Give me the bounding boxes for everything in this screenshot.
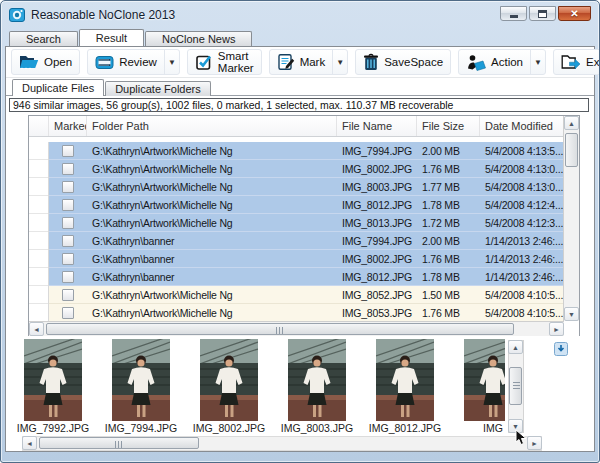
- thumbnail-preview-panel: IMG_7992.JPG IMG_7994.JPG: [8, 336, 592, 451]
- file-size-cell: 1.76 MB: [417, 160, 480, 178]
- table-row[interactable]: G:\Kathryn\Artwork\Michelle Ng IMG_8002.…: [29, 160, 564, 178]
- vertical-scroll-thumb[interactable]: [565, 133, 578, 167]
- thumbnail-item[interactable]: IMG_7992.JPG: [24, 339, 82, 435]
- marked-cell: [49, 160, 87, 178]
- table-horizontal-scrollbar[interactable]: ◄ ►: [29, 321, 564, 336]
- thumbnail-horizontal-scrollbar[interactable]: ◄ ►: [22, 436, 542, 451]
- scroll-up-button[interactable]: ▲: [508, 340, 523, 354]
- thumbnail-item[interactable]: IMG: [464, 339, 505, 435]
- horizontal-scroll-thumb[interactable]: [39, 437, 199, 449]
- mouse-cursor: [515, 429, 527, 451]
- minimize-icon: [510, 15, 518, 18]
- export-button[interactable]: Export: [554, 50, 600, 74]
- thumbnail-item[interactable]: IMG_8012.JPG: [376, 339, 434, 435]
- marked-checkbox[interactable]: [62, 271, 74, 283]
- photo-thumbnail: [464, 339, 505, 421]
- table-row[interactable]: G:\Kathryn\Artwork\Michelle Ng IMG_8052.…: [29, 286, 564, 304]
- marked-checkbox[interactable]: [62, 307, 74, 319]
- row-header-cell: [29, 304, 49, 322]
- titlebar[interactable]: Reasonable NoClone 2013 ✕: [1, 1, 599, 29]
- photo-thumbnail: [200, 339, 258, 421]
- tab-result[interactable]: Result: [79, 29, 144, 46]
- table-row[interactable]: G:\Kathryn\Artwork\Michelle Ng IMG_8003.…: [29, 178, 564, 196]
- table-row[interactable]: G:\Kathryn\Artwork\Michelle Ng IMG_8053.…: [29, 304, 564, 322]
- action-button[interactable]: Action: [459, 50, 530, 74]
- column-header-folder-path[interactable]: Folder Path: [87, 116, 337, 136]
- main-tab-bar: Search Result NoClone News: [5, 29, 253, 46]
- table-row[interactable]: G:\Kathryn\Artwork\Michelle Ng IMG_8013.…: [29, 214, 564, 232]
- scroll-left-button[interactable]: ◄: [29, 322, 44, 336]
- tab-duplicate-files[interactable]: Duplicate Files: [12, 79, 104, 96]
- marked-checkbox[interactable]: [62, 163, 74, 175]
- table-row[interactable]: G:\Kathryn\banner IMG_7994.JPG 2.00 MB 1…: [29, 232, 564, 250]
- app-icon: [9, 7, 25, 23]
- thumbnail-export-button[interactable]: [554, 342, 568, 360]
- marked-checkbox[interactable]: [62, 199, 74, 211]
- download-arrow-icon: [554, 342, 568, 356]
- close-button[interactable]: ✕: [558, 6, 591, 21]
- window-body: Open Review ▼ Smart Marker Mark ▼ SaveSp…: [5, 46, 595, 452]
- file-name-cell: IMG_8012.JPG: [337, 268, 417, 286]
- scroll-down-button[interactable]: ▼: [564, 307, 579, 321]
- table-row[interactable]: G:\Kathryn\banner IMG_8012.JPG 1.78 MB 1…: [29, 268, 564, 286]
- action-dropdown-arrow-icon[interactable]: ▼: [530, 50, 545, 74]
- review-button[interactable]: Review: [88, 50, 164, 74]
- tab-label: Duplicate Folders: [115, 83, 201, 95]
- date-modified-cell: 1/14/2013 2:46:...: [480, 268, 564, 286]
- tab-duplicate-folders[interactable]: Duplicate Folders: [105, 81, 211, 96]
- tab-label: Search: [26, 33, 61, 45]
- table-row[interactable]: G:\Kathryn\Artwork\Michelle Ng IMG_8012.…: [29, 196, 564, 214]
- marked-checkbox[interactable]: [62, 289, 74, 301]
- file-name-cell: IMG_8013.JPG: [337, 214, 417, 232]
- button-label: Review: [119, 56, 157, 68]
- open-button[interactable]: Open: [12, 50, 79, 74]
- horizontal-scroll-thumb[interactable]: [46, 323, 514, 335]
- thumbnail-vertical-scrollbar[interactable]: ▲ ▼: [508, 340, 524, 433]
- column-header-file-name[interactable]: File Name: [337, 116, 417, 136]
- review-dropdown-arrow-icon[interactable]: ▼: [164, 50, 179, 74]
- table-vertical-scrollbar[interactable]: ▲ ▼: [563, 116, 579, 321]
- table-row[interactable]: G:\Kathryn\banner IMG_8002.JPG 1.76 MB 1…: [29, 250, 564, 268]
- file-size-cell: 2.00 MB: [417, 232, 480, 250]
- date-modified-cell: 5/4/2008 4:12:3...: [480, 214, 564, 232]
- folder-path-cell: G:\Kathryn\banner: [87, 268, 337, 286]
- column-header-file-size[interactable]: File Size: [417, 116, 480, 136]
- vertical-scroll-thumb[interactable]: [509, 367, 522, 405]
- scroll-up-button[interactable]: ▲: [564, 116, 579, 130]
- table-row[interactable]: G:\Kathryn\Artwork\Michelle Ng IMG_7994.…: [29, 142, 564, 160]
- folder-path-cell: G:\Kathryn\Artwork\Michelle Ng: [87, 142, 337, 160]
- thumbnail-item[interactable]: IMG_8002.JPG: [200, 339, 258, 435]
- marked-checkbox[interactable]: [62, 235, 74, 247]
- smart-marker-button[interactable]: Smart Marker: [188, 50, 261, 74]
- button-label: SaveSpace: [384, 56, 443, 68]
- column-header-marked[interactable]: Marked: [49, 116, 87, 136]
- thumbnail-item[interactable]: IMG_8003.JPG: [288, 339, 346, 435]
- marked-checkbox[interactable]: [62, 145, 74, 157]
- photo-thumbnail: [288, 339, 346, 421]
- marked-cell: [49, 196, 87, 214]
- tab-search[interactable]: Search: [9, 31, 78, 46]
- scroll-right-button[interactable]: ►: [527, 436, 542, 450]
- window-title: Reasonable NoClone 2013: [31, 8, 175, 22]
- tab-noclone-news[interactable]: NoClone News: [145, 31, 252, 46]
- file-size-cell: 1.78 MB: [417, 268, 480, 286]
- marked-checkbox[interactable]: [62, 253, 74, 265]
- mark-dropdown-arrow-icon[interactable]: ▼: [332, 50, 347, 74]
- savespace-button[interactable]: SaveSpace: [356, 50, 450, 74]
- column-header-rowselector[interactable]: [29, 116, 49, 136]
- marked-checkbox[interactable]: [62, 181, 74, 193]
- column-header-date-modified[interactable]: Date Modified: [480, 116, 564, 136]
- scroll-grip: [513, 382, 520, 390]
- file-name-cell: IMG_8012.JPG: [337, 196, 417, 214]
- export-folder-icon: [561, 54, 581, 70]
- marked-checkbox[interactable]: [62, 217, 74, 229]
- minimize-button[interactable]: [500, 6, 527, 21]
- maximize-icon: [538, 10, 547, 18]
- mark-button[interactable]: Mark: [270, 50, 333, 74]
- thumbnail-item[interactable]: IMG_7994.JPG: [112, 339, 170, 435]
- maximize-button[interactable]: [529, 6, 556, 21]
- thumbnail-filename: IMG_8003.JPG: [281, 422, 353, 434]
- scroll-left-button[interactable]: ◄: [22, 436, 37, 450]
- marked-cell: [49, 268, 87, 286]
- scroll-right-button[interactable]: ►: [549, 322, 564, 336]
